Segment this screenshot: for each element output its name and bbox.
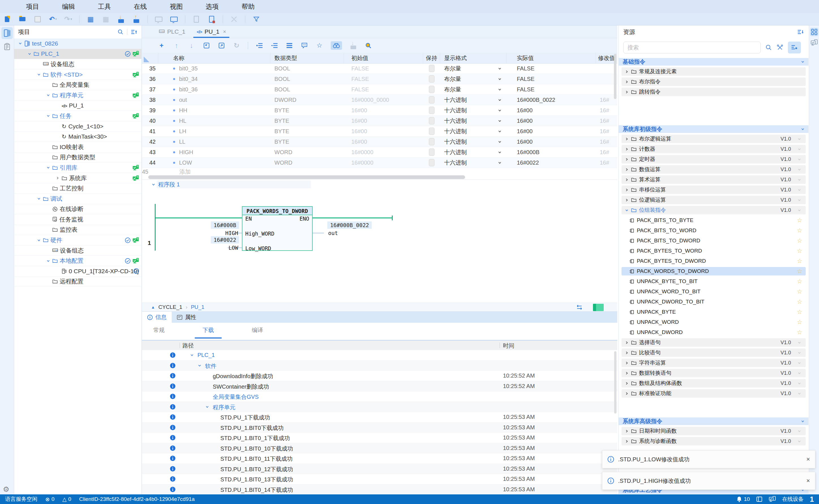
var-actual-value[interactable]: 16#00	[507, 116, 596, 126]
resource-folder-位组装指令[interactable]: 位组装指令V1.0	[622, 206, 806, 214]
comment-icon[interactable]	[301, 41, 308, 50]
col-name[interactable]: 名称	[158, 53, 270, 63]
var-actual-value[interactable]: FALSE	[507, 84, 596, 94]
tree-item--[interactable]: 本地配置	[14, 256, 141, 266]
log-scrollbar[interactable]	[614, 351, 616, 413]
var-name[interactable]: bit0_34	[158, 74, 270, 84]
instruction-UNPACK_DWORD_TO_BIT[interactable]: UNPACK_DWORD_TO_BIT☆	[622, 298, 806, 306]
var-actual-value[interactable]: FALSE	[507, 74, 596, 84]
retain-checkbox[interactable]	[429, 128, 435, 135]
out-variable[interactable]: out	[328, 230, 338, 236]
chevron-right-icon[interactable]	[625, 158, 629, 161]
tree-item-io-[interactable]: IO映射表	[14, 142, 141, 152]
var-modify-value[interactable]: 16#	[596, 126, 617, 136]
var-actual-value[interactable]: 16#00	[507, 105, 596, 115]
tree-item--[interactable]: 任务	[14, 111, 141, 121]
notification-bell[interactable]: 10	[736, 496, 750, 502]
var-actual-value[interactable]: 16#00	[507, 137, 596, 147]
undo-icon[interactable]: ↶▾	[49, 15, 57, 23]
favorite-star-icon[interactable]: ☆	[797, 237, 802, 244]
resource-folder-布尔指令[interactable]: 布尔指令	[622, 77, 806, 86]
close-tab-icon[interactable]: ×	[223, 29, 226, 35]
var-modify-value[interactable]: 16#	[596, 137, 617, 147]
in2-variable[interactable]: LOW	[229, 245, 238, 251]
retain-checkbox[interactable]	[429, 75, 435, 83]
var-name[interactable]: bit0_35	[158, 63, 270, 74]
retain-checkbox[interactable]	[429, 148, 435, 156]
spacer[interactable]	[46, 279, 50, 284]
chevron-down-icon[interactable]	[27, 52, 32, 56]
chevron-down-icon[interactable]	[37, 238, 41, 242]
favorite-star-icon[interactable]: ☆	[797, 319, 802, 326]
tree-item--[interactable]: 工艺控制	[14, 183, 141, 194]
var-type[interactable]: BYTE	[270, 126, 344, 136]
spacer[interactable]	[55, 124, 60, 128]
favorite-star-icon[interactable]: ☆	[797, 298, 802, 305]
resource-group-header[interactable]: 系统库高级指令	[619, 417, 809, 425]
spacer[interactable]	[46, 248, 50, 253]
tree-item-plc_1[interactable]: PLC_1	[14, 49, 141, 59]
display-format-dropdown[interactable]: 十六进制	[440, 116, 507, 126]
settings-gear-icon[interactable]: ⚙	[3, 485, 9, 494]
log-message[interactable]: 软件	[205, 362, 216, 370]
subtab-download[interactable]: 下载	[203, 326, 214, 334]
spacer[interactable]	[46, 186, 50, 191]
list-view-icon[interactable]	[286, 41, 293, 50]
tab-info[interactable]: 信息	[142, 312, 172, 323]
chevron-right-icon[interactable]	[625, 361, 629, 365]
var-row-LH[interactable]: 41LHBYTE16#00十六进制16#0016#	[142, 126, 617, 137]
resource-folder-算术运算[interactable]: 算术运算V1.0	[622, 175, 806, 184]
chevron-down-icon[interactable]	[198, 364, 201, 367]
spacer[interactable]	[55, 104, 60, 108]
in1-variable[interactable]: HIGH	[225, 230, 238, 236]
chevron-right-icon[interactable]	[625, 178, 629, 182]
chevron-down-icon[interactable]	[37, 72, 41, 77]
retain-checkbox[interactable]	[429, 65, 435, 72]
chevron-down-icon[interactable]	[46, 114, 50, 118]
download-to-device-icon[interactable]: ↓	[117, 15, 125, 23]
retain-checkbox[interactable]	[429, 86, 435, 93]
close-icon[interactable]: ×	[806, 456, 810, 463]
tree-item--[interactable]: 远程配置	[14, 277, 141, 287]
resource-folder-数组及结构体函数[interactable]: 数组及结构体函数V1.0	[622, 379, 806, 387]
project-view-icon[interactable]	[1, 27, 13, 39]
var-init-value[interactable]: FALSE	[344, 74, 423, 84]
chevron-right-icon[interactable]	[625, 147, 629, 151]
resource-folder-标准验证功能[interactable]: 标准验证功能V1.0	[622, 389, 806, 398]
instruction-UNPACK_BYTE_TO_BIT[interactable]: UNPACK_BYTE_TO_BIT☆	[622, 277, 806, 286]
retain-checkbox[interactable]	[429, 117, 435, 124]
tree-item-pu_1[interactable]: </>PU_1	[14, 101, 141, 111]
spacer[interactable]	[46, 145, 50, 149]
chevron-right-icon[interactable]	[55, 176, 60, 180]
instruction-PACK_BYTES_TO_DWORD[interactable]: PACK_BYTES_TO_DWORD☆	[622, 257, 806, 265]
display-format-dropdown[interactable]: 十六进制	[440, 147, 507, 157]
var-row-HH[interactable]: 39HHBYTE16#00十六进制16#0016#	[142, 105, 617, 116]
insert-row-icon[interactable]	[256, 41, 263, 50]
var-type[interactable]: BYTE	[270, 105, 344, 115]
var-row-LL[interactable]: 42LLBYTE16#00十六进制16#0016#	[142, 137, 617, 147]
var-row-bit0_34[interactable]: 36bit0_34BOOLFALSE布尔量FALSE	[142, 74, 617, 84]
var-name[interactable]: bit0_36	[158, 84, 270, 94]
var-actual-value[interactable]: 16#000B_0022	[507, 95, 596, 105]
select-all-corner[interactable]	[142, 53, 158, 63]
favorite-star-icon[interactable]: ☆	[797, 309, 802, 315]
tree-item-0-cpu_1-t324-xp-cd-10-[interactable]: 0 CPU_1[T324-XP-CD-10]	[14, 266, 141, 277]
resource-folder-数据转换语句[interactable]: 数据转换语句V1.0	[622, 369, 806, 377]
var-init-value[interactable]: 16#00	[344, 137, 423, 147]
var-name[interactable]: HIGH	[158, 147, 270, 157]
breadcrumb-cycle[interactable]: CYCLE_1	[158, 304, 182, 310]
menu-item-4[interactable]: 视图	[170, 2, 183, 11]
col-format[interactable]: 显示格式	[440, 53, 507, 63]
tree-item-maintask-30-[interactable]: ↻MainTask<30>	[14, 132, 141, 142]
log-message[interactable]: 全局变量集合GVS	[213, 393, 259, 401]
monitor-online-icon[interactable]	[170, 15, 178, 23]
instruction-PACK_BITS_TO_BYTE[interactable]: PACK_BITS_TO_BYTE☆	[622, 216, 806, 225]
resource-folder-计数器[interactable]: 计数器V1.0	[622, 145, 806, 153]
resources-sort-icon[interactable]	[797, 29, 804, 35]
log-row[interactable]: 全局变量集合GVS	[142, 391, 617, 402]
instruction-UNPACK_BYTE[interactable]: UNPACK_BYTE☆	[622, 308, 806, 316]
display-format-dropdown[interactable]: 十六进制	[440, 158, 507, 168]
checklist-view-icon[interactable]	[1, 41, 13, 53]
col-init[interactable]: 初始值	[344, 53, 423, 63]
tree-item--std-[interactable]: 软件 <STD>	[14, 70, 141, 80]
